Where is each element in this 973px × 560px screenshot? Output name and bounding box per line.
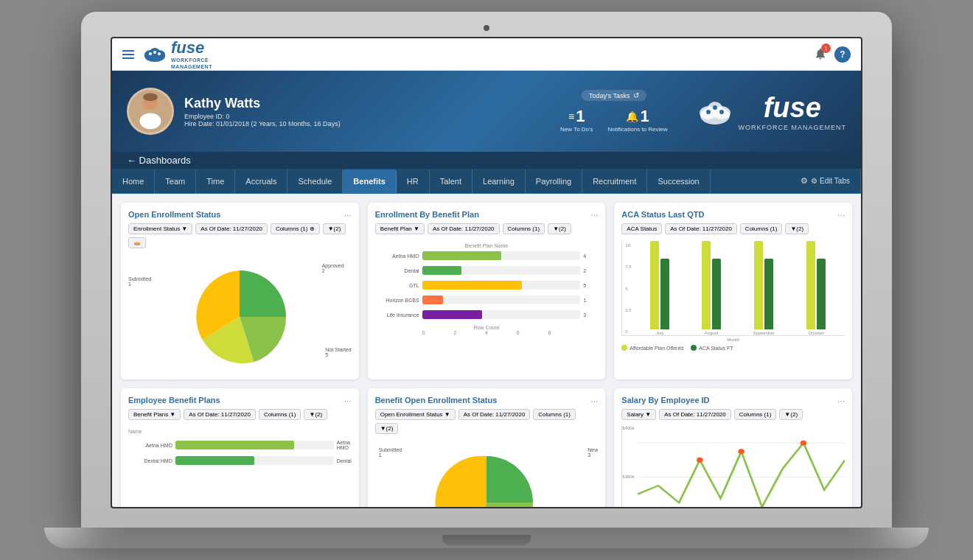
aca-bar-chart: 10 7.5 5 2.5 0 bbox=[621, 240, 845, 336]
enrollment-filter2[interactable]: ▼(2) bbox=[323, 223, 346, 234]
svg-point-15 bbox=[706, 110, 711, 114]
bar-row-life: Life Insurance 3 bbox=[375, 310, 599, 319]
tab-hr[interactable]: HR bbox=[397, 169, 430, 193]
today-tasks: Today's Tasks ↺ ≡ 1 New To Do's bbox=[560, 90, 667, 133]
svg-point-10 bbox=[143, 93, 158, 101]
plan-filter2[interactable]: ▼(2) bbox=[548, 223, 571, 234]
hamburger-menu[interactable] bbox=[122, 50, 134, 59]
tab-recruitment[interactable]: Recruitment bbox=[582, 169, 647, 193]
hero-logo-text: fuse bbox=[738, 92, 846, 124]
avatar-image bbox=[129, 88, 172, 133]
salary-filter[interactable]: Salary ▼ bbox=[621, 409, 656, 420]
widget-title-benefit-open: Benefit Open Enrollment Status bbox=[375, 396, 498, 405]
emp-plans-columns[interactable]: Columns (1) bbox=[259, 409, 301, 420]
back-link[interactable]: ← Dashboards bbox=[127, 155, 191, 166]
benefit-open-columns[interactable]: Columns (1) bbox=[533, 409, 576, 420]
tasks-label: Today's Tasks ↺ bbox=[582, 90, 646, 101]
aca-x-axis-label: Month bbox=[621, 337, 845, 342]
salary-svg bbox=[638, 426, 845, 507]
user-name: Kathy Watts bbox=[184, 96, 341, 111]
widget-more-enrollment[interactable]: ··· bbox=[344, 210, 352, 220]
widget-employee-benefit-plans: Employee Benefit Plans ··· Benefit Plans… bbox=[121, 388, 359, 507]
tab-talent[interactable]: Talent bbox=[430, 169, 472, 193]
emp-plans-filter[interactable]: Benefit Plans ▼ bbox=[128, 409, 181, 420]
widget-title-by-plan: Enrollment By Benefit Plan bbox=[375, 210, 479, 219]
emp-plans-filter2[interactable]: ▼(2) bbox=[304, 409, 327, 420]
edit-tabs-button[interactable]: ⚙ ⚙ Edit Tabs bbox=[790, 169, 861, 193]
aca-asofdate[interactable]: As Of Date: 11/27/2020 bbox=[665, 223, 737, 234]
svg-point-16 bbox=[713, 105, 717, 110]
tab-succession[interactable]: Succession bbox=[647, 169, 710, 193]
svg-point-23 bbox=[801, 441, 806, 446]
widget-salary: Salary By Employee ID ··· Salary ▼ As Of… bbox=[614, 388, 852, 507]
enrollment-chart-type[interactable]: 🥧 bbox=[128, 237, 146, 248]
salary-line-chart: $400k $300k $200k bbox=[621, 426, 845, 507]
enrollment-status-filter[interactable]: Enrollment Status ▼ bbox=[128, 223, 192, 234]
benefit-open-filter[interactable]: Open Enrollment Status ▼ bbox=[375, 409, 456, 420]
widget-more-salary[interactable]: ··· bbox=[837, 396, 845, 406]
enrollment-pie-chart: Approved2 Not Started5 Submitted1 bbox=[128, 254, 352, 379]
widget-title-salary: Salary By Employee ID bbox=[621, 396, 709, 405]
aca-columns[interactable]: Columns (1) bbox=[740, 223, 783, 234]
plan-asofdate[interactable]: As Of Date: 11/27/2020 bbox=[428, 223, 500, 234]
widget-title-emp-plans: Employee Benefit Plans bbox=[128, 396, 220, 405]
widget-title-aca: ACA Status Last QTD bbox=[621, 210, 704, 219]
benefit-open-filter2[interactable]: ▼(2) bbox=[375, 423, 399, 434]
user-avatar bbox=[127, 88, 174, 135]
top-bar: fuse WORKFORCEMANAGEMENT 1 ? bbox=[112, 38, 861, 71]
aca-legend: Affordable Plan Offered ACA Status FT bbox=[621, 345, 845, 351]
svg-point-21 bbox=[697, 458, 702, 463]
benefit-open-pie-svg bbox=[435, 451, 538, 507]
enrollment-asofdate[interactable]: As Of Date: 11/27/2020 bbox=[195, 223, 268, 234]
hero-logo-icon bbox=[697, 97, 733, 126]
salary-filter2[interactable]: ▼(2) bbox=[779, 409, 803, 420]
logo-icon bbox=[142, 44, 168, 65]
emp-plans-asofdate[interactable]: As Of Date: 11/27/2020 bbox=[184, 409, 256, 420]
bar-row-dental-hmo: Dental HMO Dental bbox=[128, 456, 352, 465]
plan-columns[interactable]: Columns (1) bbox=[503, 223, 545, 234]
plan-bar-chart: Benefit Plan Name Aetna HMO 4 bbox=[375, 240, 599, 338]
employee-id: Employee ID: 0 bbox=[184, 113, 341, 120]
enrollment-columns[interactable]: Columns (1) ⊕ bbox=[271, 223, 320, 234]
hire-date: Hire Date: 01/01/2018 (2 Years, 10 Month… bbox=[184, 120, 341, 127]
benefit-open-asofdate[interactable]: As Of Date: 11/27/2020 bbox=[458, 409, 531, 420]
widget-more-by-plan[interactable]: ··· bbox=[590, 210, 598, 220]
tab-home[interactable]: Home bbox=[112, 169, 155, 193]
svg-point-5 bbox=[153, 51, 156, 54]
tab-accruals[interactable]: Accruals bbox=[235, 169, 287, 193]
new-todos: ≡ 1 New To Do's bbox=[560, 107, 593, 133]
tab-payrolling[interactable]: Payrolling bbox=[526, 169, 582, 193]
notifications-bell[interactable]: 1 bbox=[814, 47, 827, 62]
salary-columns[interactable]: Columns (1) bbox=[734, 409, 777, 420]
widget-aca-status: ACA Status Last QTD ··· ACA Status As Of… bbox=[614, 203, 852, 379]
plan-filter[interactable]: Benefit Plan ▼ bbox=[375, 223, 425, 234]
bar-row-gtl: GTL 5 bbox=[375, 281, 599, 290]
tab-team[interactable]: Team bbox=[155, 169, 196, 193]
widget-more-emp-plans[interactable]: ··· bbox=[344, 396, 352, 406]
help-button[interactable]: ? bbox=[834, 46, 851, 63]
enrollment-pie-svg bbox=[188, 265, 291, 368]
tab-schedule[interactable]: Schedule bbox=[287, 169, 343, 193]
aca-status-filter[interactable]: ACA Status bbox=[621, 223, 662, 234]
tab-learning[interactable]: Learning bbox=[472, 169, 526, 193]
breadcrumb: ← Dashboards bbox=[112, 152, 861, 169]
aca-filter2[interactable]: ▼(2) bbox=[785, 223, 809, 234]
dashboard: Open Enrollment Status ··· Enrollment St… bbox=[112, 194, 861, 507]
widget-benefit-open-enrollment: Benefit Open Enrollment Status ··· Open … bbox=[368, 388, 606, 507]
hero-logo-subtext: WORKFORCE MANAGEMENT bbox=[738, 124, 846, 131]
bar-row-aetna-hmo: Aetna HMO Aetna HMO bbox=[128, 440, 352, 450]
widget-more-aca[interactable]: ··· bbox=[837, 210, 845, 220]
bar-row-horizon: Horizon BCBS 1 bbox=[375, 295, 599, 304]
bar-row-aetna: Aetna HMO 4 bbox=[375, 251, 599, 260]
hero-logo: fuse WORKFORCE MANAGEMENT bbox=[697, 92, 846, 131]
widget-title-enrollment: Open Enrollment Status bbox=[128, 210, 220, 219]
svg-point-17 bbox=[719, 110, 724, 114]
svg-point-9 bbox=[140, 113, 161, 129]
widget-more-benefit-open[interactable]: ··· bbox=[590, 396, 598, 406]
tab-benefits[interactable]: Benefits bbox=[343, 169, 396, 193]
benefit-open-pie: Submitted1 New3 bbox=[375, 440, 599, 507]
salary-asofdate[interactable]: As Of Date: 11/27/2020 bbox=[659, 409, 731, 420]
logo-text: fuse bbox=[171, 38, 212, 57]
tab-time[interactable]: Time bbox=[196, 169, 235, 193]
widget-enrollment-by-plan: Enrollment By Benefit Plan ··· Benefit P… bbox=[368, 203, 606, 379]
